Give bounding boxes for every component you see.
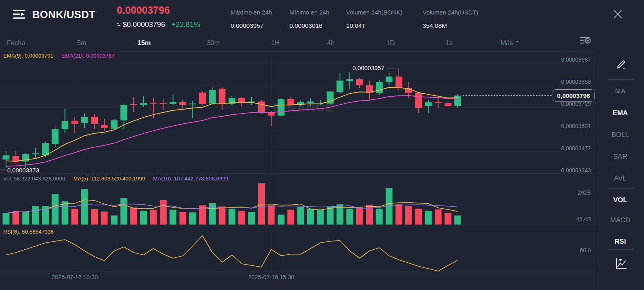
rsi-label: RSI(6): 50,56547336 [3, 229, 54, 235]
rsi-legend-row: RSI(6): 50,56547336 [3, 229, 54, 235]
volume-label: Vol: 58.922.043.626,0000 [3, 176, 65, 182]
indicator-sidebar: MAEMABOLLSARAVLVOLMACDRSI [596, 51, 644, 290]
vol-ma10-label: MA(10): 107.442.778.856,6999 [153, 176, 228, 182]
sidebar-divider [607, 249, 634, 250]
sidebar-item-ma[interactable]: MA [596, 87, 644, 96]
volume-legend-row: Vol: 58.922.043.626,0000MA(5): 112.603.5… [3, 176, 228, 182]
sidebar-divider [607, 188, 634, 189]
volume-axis-label: 292B [547, 189, 591, 196]
high-price-annotation: 0,00003957 [324, 64, 384, 71]
volume-axis-label: 45,4B [547, 216, 591, 222]
vol-ma5-label: MA(5): 112.603.520.400,1999 [73, 176, 145, 182]
price-axis-label: 0,00003601 [547, 123, 591, 129]
price-axis-label: 0,00003472 [547, 145, 591, 151]
ema21-label: EMA(21): 0,00003787 [62, 53, 115, 59]
chart-style-icon[interactable] [615, 258, 627, 270]
sidebar-item-avl[interactable]: AVL [596, 174, 644, 183]
rsi-axis-label: 60,0 [547, 247, 591, 253]
price-axis-label: 0,00003343 [547, 167, 591, 174]
sidebar-item-sar[interactable]: SAR [596, 152, 644, 161]
sidebar-item-ema[interactable]: EMA [596, 109, 644, 118]
last-price-tag[interactable]: 0,00003796 [553, 89, 594, 102]
ema-legend-row: EMA(9): 0,00003791EMA(21): 0,00003787 [3, 53, 115, 59]
date-axis-label: 2025-07-16 10:30 [52, 274, 98, 280]
sidebar-divider [607, 79, 634, 80]
sidebar-item-boll[interactable]: BOLL [596, 130, 644, 139]
price-axis-label: 0,00003987 [547, 56, 591, 63]
low-price-annotation: 0,00003373 [7, 167, 39, 174]
sidebar-item-macd[interactable]: MACD [596, 216, 644, 225]
sidebar-item-vol[interactable]: VOL [596, 196, 644, 205]
chart-canvas[interactable]: BINANCE [0, 0, 595, 286]
ema9-label: EMA(9): 0,00003791 [3, 53, 54, 59]
price-axis-label: 0,00003858 [547, 79, 591, 85]
close-icon[interactable] [612, 8, 623, 20]
sidebar-item-rsi[interactable]: RSI [596, 237, 644, 246]
date-axis-label: 2025-07-16 15:30 [248, 274, 295, 280]
draw-pencil-icon[interactable] [615, 59, 627, 70]
